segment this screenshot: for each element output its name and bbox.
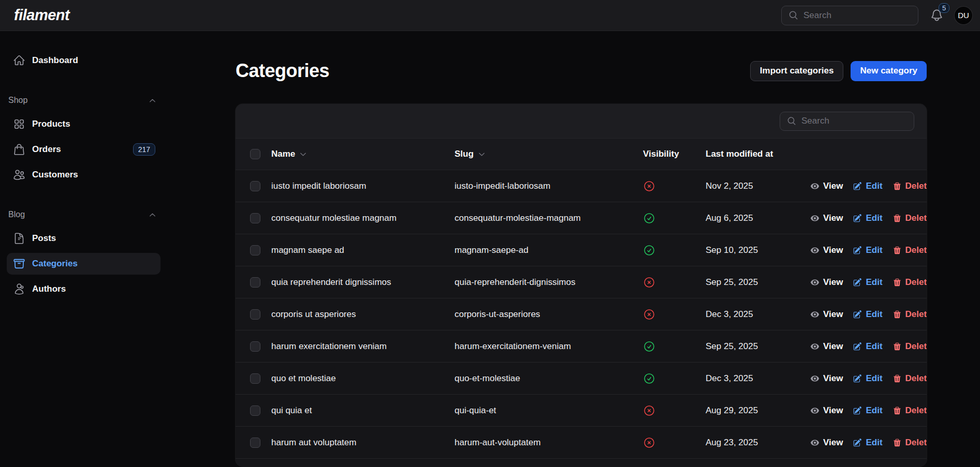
- edit-action-button[interactable]: Edit: [853, 373, 882, 384]
- sidebar-item-label: Posts: [32, 233, 56, 244]
- delete-action-button[interactable]: Delete: [893, 213, 927, 223]
- search-icon: [788, 10, 798, 20]
- table-row[interactable]: harum exercitationem veniam harum-exerci…: [236, 330, 927, 363]
- sidebar-item-categories[interactable]: Categories: [7, 253, 160, 275]
- column-header-name[interactable]: Name: [271, 149, 455, 159]
- row-checkbox[interactable]: [250, 181, 260, 191]
- user-avatar[interactable]: DU: [955, 7, 972, 24]
- view-action-button[interactable]: View: [810, 309, 843, 320]
- row-checkbox[interactable]: [250, 213, 260, 223]
- view-action-button[interactable]: View: [810, 181, 843, 191]
- delete-action-button[interactable]: Delete: [893, 438, 927, 448]
- cell-slug: qui-quia-et: [455, 405, 643, 416]
- table-row[interactable]: harum aut voluptatem harum-aut-voluptate…: [236, 427, 927, 459]
- sidebar-item-customers[interactable]: Customers: [7, 164, 160, 186]
- delete-action-button[interactable]: Delete: [893, 245, 927, 255]
- new-category-button[interactable]: New category: [851, 61, 927, 81]
- edit-action-button[interactable]: Edit: [853, 405, 882, 416]
- edit-action-button[interactable]: Edit: [853, 245, 882, 255]
- chevron-up-icon: [149, 97, 156, 104]
- pencil-square-icon: [853, 406, 862, 415]
- eye-icon: [810, 310, 820, 319]
- sidebar: Dashboard Shop Products Orders 217 Custo…: [0, 31, 168, 467]
- view-action-button[interactable]: View: [810, 277, 843, 288]
- sidebar-group-shop[interactable]: Shop: [8, 96, 156, 105]
- delete-action-button[interactable]: Delete: [893, 405, 927, 416]
- view-action-button[interactable]: View: [810, 213, 843, 223]
- view-action-button[interactable]: View: [810, 438, 843, 448]
- edit-action-button[interactable]: Edit: [853, 277, 882, 288]
- eye-icon: [810, 374, 820, 383]
- view-action-button[interactable]: View: [810, 245, 843, 255]
- cell-name: qui quia et: [271, 405, 455, 416]
- chevron-down-icon: [299, 150, 307, 158]
- delete-action-label: Delete: [905, 181, 927, 191]
- edit-action-button[interactable]: Edit: [853, 309, 882, 320]
- table-row[interactable]: magnam saepe ad magnam-saepe-ad Sep 10, …: [236, 234, 927, 266]
- table-search-placeholder: Search: [801, 116, 829, 126]
- user-group-icon: [13, 169, 25, 181]
- delete-action-button[interactable]: Delete: [893, 373, 927, 384]
- check-circle-icon: [643, 372, 655, 385]
- view-action-button[interactable]: View: [810, 405, 843, 416]
- sidebar-item-products[interactable]: Products: [7, 113, 160, 135]
- table-row[interactable]: corporis ut asperiores corporis-ut-asper…: [236, 298, 927, 330]
- cell-slug: harum-exercitationem-veniam: [455, 341, 643, 352]
- edit-action-label: Edit: [866, 341, 882, 352]
- cell-slug: magnam-saepe-ad: [455, 245, 643, 255]
- cell-last-modified: Aug 29, 2025: [706, 405, 810, 416]
- import-categories-button[interactable]: Import categories: [750, 61, 844, 81]
- eye-icon: [810, 182, 820, 191]
- view-action-label: View: [823, 277, 843, 288]
- row-checkbox[interactable]: [250, 341, 260, 352]
- edit-action-button[interactable]: Edit: [853, 181, 882, 191]
- edit-action-button[interactable]: Edit: [853, 438, 882, 448]
- sidebar-item-posts[interactable]: Posts: [7, 228, 160, 249]
- pencil-square-icon: [853, 310, 862, 319]
- view-action-button[interactable]: View: [810, 373, 843, 384]
- check-circle-icon: [643, 212, 655, 224]
- row-checkbox[interactable]: [250, 373, 260, 384]
- eye-icon: [810, 214, 820, 223]
- select-all-checkbox[interactable]: [250, 149, 260, 159]
- table-row[interactable]: quia reprehenderit dignissimos quia-repr…: [236, 266, 927, 298]
- delete-action-button[interactable]: Delete: [893, 277, 927, 288]
- users-icon: [13, 283, 25, 295]
- row-checkbox[interactable]: [250, 309, 260, 320]
- cell-last-modified: Sep 25, 2025: [706, 341, 810, 352]
- edit-action-button[interactable]: Edit: [853, 341, 882, 352]
- edit-action-label: Edit: [866, 373, 882, 384]
- delete-action-label: Delete: [905, 245, 927, 255]
- table-row[interactable]: quo et molestiae quo-et-molestiae Dec 3,…: [236, 363, 927, 395]
- sidebar-item-orders[interactable]: Orders 217: [7, 139, 160, 160]
- sidebar-item-dashboard[interactable]: Dashboard: [7, 50, 160, 71]
- delete-action-button[interactable]: Delete: [893, 341, 927, 352]
- table-search-input[interactable]: Search: [780, 112, 914, 131]
- row-checkbox[interactable]: [250, 405, 260, 416]
- table-row[interactable]: qui quia et qui-quia-et Aug 29, 2025 Vie…: [236, 395, 927, 427]
- sidebar-item-label: Customers: [32, 170, 78, 180]
- column-header-label: Last modified at: [706, 149, 773, 159]
- table-row[interactable]: consequatur molestiae magnam consequatur…: [236, 202, 927, 234]
- table-body: iusto impedit laboriosam iusto-impedit-l…: [236, 170, 927, 459]
- eye-icon: [810, 438, 820, 447]
- column-header-slug[interactable]: Slug: [455, 149, 643, 159]
- row-checkbox[interactable]: [250, 245, 260, 255]
- cell-name: corporis ut asperiores: [271, 309, 455, 320]
- eye-icon: [810, 246, 820, 255]
- row-checkbox[interactable]: [250, 438, 260, 448]
- view-action-button[interactable]: View: [810, 341, 843, 352]
- delete-action-button[interactable]: Delete: [893, 181, 927, 191]
- table-row[interactable]: iusto impedit laboriosam iusto-impedit-l…: [236, 170, 927, 202]
- sidebar-item-authors[interactable]: Authors: [7, 278, 160, 300]
- sidebar-group-blog[interactable]: Blog: [8, 210, 156, 219]
- row-checkbox[interactable]: [250, 277, 260, 288]
- delete-action-button[interactable]: Delete: [893, 309, 927, 320]
- edit-action-button[interactable]: Edit: [853, 213, 882, 223]
- cell-last-modified: Sep 25, 2025: [706, 277, 810, 288]
- view-action-label: View: [823, 245, 843, 255]
- global-search-input[interactable]: Search: [781, 6, 918, 25]
- notifications-button[interactable]: 5: [930, 8, 944, 22]
- cell-last-modified: Aug 6, 2025: [706, 213, 810, 223]
- cell-name: iusto impedit laboriosam: [271, 181, 455, 191]
